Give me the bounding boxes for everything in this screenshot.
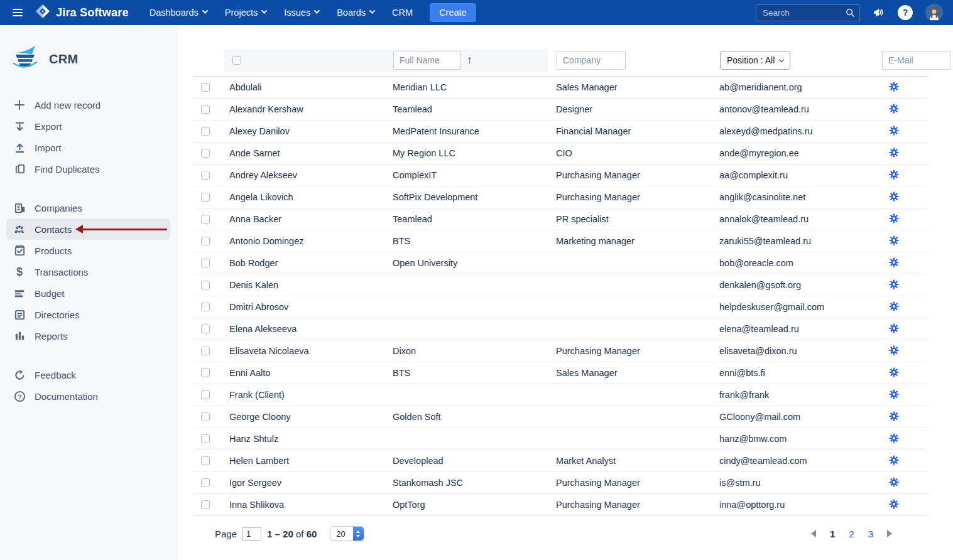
table-row[interactable]: Hanz Shtulz hanz@bmw.com bbox=[193, 428, 928, 450]
row-settings-gear-icon[interactable] bbox=[889, 301, 899, 311]
jira-brand[interactable]: Jira Software bbox=[35, 4, 129, 21]
row-checkbox[interactable] bbox=[201, 303, 210, 311]
search-input[interactable] bbox=[756, 4, 860, 21]
table-row[interactable]: Angela Likovich SoftPix Development Purc… bbox=[193, 186, 928, 208]
table-row[interactable]: Abdulali Meridian LLC Sales Manager ab@m… bbox=[193, 77, 928, 99]
sidebar-item-reports[interactable]: Reports bbox=[0, 325, 177, 347]
row-checkbox[interactable] bbox=[201, 215, 210, 223]
row-settings-gear-icon[interactable] bbox=[889, 367, 899, 377]
table-row[interactable]: George Cloony Golden Soft GCloony@mail.c… bbox=[193, 406, 928, 428]
page-size-select[interactable]: 20 bbox=[330, 526, 364, 541]
sidebar-item-import[interactable]: Import bbox=[0, 137, 177, 158]
table-row[interactable]: Inna Shlikova OptTorg Purchasing Manager… bbox=[193, 494, 928, 516]
page-number-2[interactable]: 2 bbox=[849, 529, 854, 539]
sidebar-item-products[interactable]: Products bbox=[0, 240, 177, 261]
create-button[interactable]: Create bbox=[430, 3, 476, 22]
row-checkbox[interactable] bbox=[201, 500, 210, 509]
row-settings-gear-icon[interactable] bbox=[889, 235, 899, 245]
sidebar-item-budget[interactable]: Budget bbox=[0, 283, 177, 304]
nav-item-dashboards[interactable]: Dashboards bbox=[143, 4, 214, 21]
row-settings-gear-icon[interactable] bbox=[889, 389, 899, 399]
row-settings-gear-icon[interactable] bbox=[889, 455, 899, 465]
company-filter-input[interactable] bbox=[557, 51, 626, 70]
nav-item-projects[interactable]: Projects bbox=[218, 4, 273, 21]
table-row[interactable]: Denis Kalen denkalen@gsoft.org bbox=[193, 274, 928, 296]
row-settings-gear-icon[interactable] bbox=[889, 213, 899, 223]
table-row[interactable]: Elena Alekseeva elena@teamlead.ru bbox=[193, 318, 928, 340]
row-checkbox[interactable] bbox=[201, 171, 210, 180]
table-row[interactable]: Elisaveta Nicolaeva Dixon Purchasing Man… bbox=[193, 340, 928, 362]
row-checkbox[interactable] bbox=[201, 259, 210, 267]
search-icon[interactable] bbox=[846, 8, 855, 18]
sidebar-item-contacts[interactable]: Contacts bbox=[6, 218, 170, 240]
previous-page-icon[interactable] bbox=[811, 530, 816, 537]
help-icon[interactable]: ? bbox=[898, 5, 913, 20]
row-checkbox[interactable] bbox=[201, 237, 210, 245]
row-checkbox[interactable] bbox=[201, 149, 210, 158]
row-settings-gear-icon[interactable] bbox=[889, 126, 899, 136]
row-settings-gear-icon[interactable] bbox=[889, 257, 899, 267]
table-row[interactable]: Antonio Domingez BTS Marketing manager z… bbox=[193, 230, 928, 252]
sidebar-item-documentation[interactable]: ? Documentation bbox=[0, 385, 177, 407]
row-settings-gear-icon[interactable] bbox=[889, 499, 899, 509]
table-row[interactable]: Frank (Client) frank@frank bbox=[193, 384, 928, 406]
row-checkbox[interactable] bbox=[201, 412, 210, 421]
table-row[interactable]: Alexey Danilov MedPatent Insurance Finan… bbox=[193, 121, 928, 143]
sidebar-item-transactions[interactable]: $ Transactions bbox=[0, 261, 177, 283]
row-settings-gear-icon[interactable] bbox=[889, 279, 899, 289]
nav-item-issues[interactable]: Issues bbox=[277, 4, 326, 21]
row-checkbox[interactable] bbox=[201, 456, 210, 465]
row-checkbox[interactable] bbox=[201, 325, 210, 333]
row-checkbox[interactable] bbox=[201, 83, 210, 92]
row-checkbox[interactable] bbox=[201, 390, 210, 399]
sidebar-item-companies[interactable]: Companies bbox=[0, 197, 177, 218]
table-row[interactable]: Alexandr Kershaw Teamlead Designer anton… bbox=[193, 99, 928, 121]
row-settings-gear-icon[interactable] bbox=[889, 411, 899, 421]
sidebar-item-find-duplicates[interactable]: Find Duplicates bbox=[0, 158, 177, 180]
select-all-checkbox[interactable] bbox=[232, 56, 241, 65]
row-checkbox[interactable] bbox=[201, 434, 210, 443]
nav-item-boards[interactable]: Boards bbox=[330, 4, 381, 21]
full-name-filter-input[interactable] bbox=[393, 51, 461, 70]
table-row[interactable]: Bob Rodger Open University bob@oreacle.c… bbox=[193, 252, 928, 274]
sidebar-item-feedback[interactable]: Feedback bbox=[0, 364, 177, 385]
row-settings-gear-icon[interactable] bbox=[889, 82, 899, 92]
row-checkbox[interactable] bbox=[201, 347, 210, 355]
next-page-icon[interactable] bbox=[887, 530, 892, 537]
table-row[interactable]: Andrey Alekseev ComplexIT Purchasing Man… bbox=[193, 164, 928, 186]
sort-ascending-icon[interactable]: ↑ bbox=[467, 54, 472, 67]
table-row[interactable]: Anna Backer Teamlead PR specialist annal… bbox=[193, 208, 928, 230]
row-settings-gear-icon[interactable] bbox=[889, 104, 899, 114]
row-checkbox[interactable] bbox=[201, 369, 210, 377]
row-checkbox[interactable] bbox=[201, 105, 210, 114]
nav-item-crm[interactable]: CRM bbox=[385, 4, 420, 21]
table-row[interactable]: Helen Lambert Developlead Market Analyst… bbox=[193, 450, 928, 472]
page-number-1[interactable]: 1 bbox=[830, 529, 835, 539]
user-avatar[interactable] bbox=[925, 4, 943, 21]
cell-email: ab@meridianent.org bbox=[714, 82, 878, 92]
row-settings-gear-icon[interactable] bbox=[889, 170, 899, 180]
table-row[interactable]: Ande Sarnet My Region LLC CIO ande@myreg… bbox=[193, 143, 928, 164]
row-checkbox[interactable] bbox=[201, 193, 210, 202]
sidebar-item-add-new-record[interactable]: Add new record bbox=[0, 94, 177, 116]
row-checkbox[interactable] bbox=[201, 127, 210, 136]
sidebar-item-directories[interactable]: Directories bbox=[0, 304, 177, 325]
row-checkbox[interactable] bbox=[201, 281, 210, 289]
table-row[interactable]: Dmitri Abrosov helpdeskuser@gmail.com bbox=[193, 296, 928, 318]
row-settings-gear-icon[interactable] bbox=[889, 323, 899, 333]
row-checkbox[interactable] bbox=[201, 478, 210, 487]
hamburger-menu-icon[interactable] bbox=[5, 0, 30, 25]
row-settings-gear-icon[interactable] bbox=[889, 477, 899, 487]
row-settings-gear-icon[interactable] bbox=[889, 433, 899, 443]
page-number-3[interactable]: 3 bbox=[868, 529, 873, 539]
row-settings-gear-icon[interactable] bbox=[889, 148, 899, 158]
page-number-input[interactable] bbox=[242, 527, 261, 541]
row-settings-gear-icon[interactable] bbox=[889, 345, 899, 355]
sidebar-item-export[interactable]: Export bbox=[0, 116, 177, 137]
table-row[interactable]: Igor Sergeev Stankomash JSC Purchasing M… bbox=[193, 472, 928, 494]
email-filter-input[interactable] bbox=[882, 51, 951, 70]
position-filter-select[interactable]: Position : All bbox=[720, 51, 790, 70]
table-row[interactable]: Enni Aalto BTS Sales Manager enni@bts.fi bbox=[193, 362, 928, 384]
announcements-icon[interactable] bbox=[873, 6, 885, 19]
row-settings-gear-icon[interactable] bbox=[889, 191, 899, 202]
